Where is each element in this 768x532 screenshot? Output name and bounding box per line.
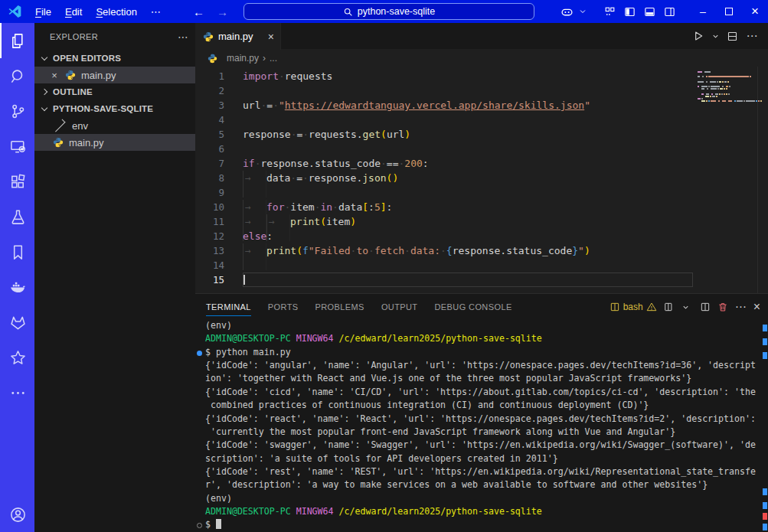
- menu-bar: FileEditSelection⋯: [28, 4, 168, 20]
- code-line-content: if·response.status_code·==·200:: [243, 156, 693, 171]
- account-icon[interactable]: [0, 497, 34, 532]
- section-header-python-save-sqlite[interactable]: PYTHON-SAVE-SQLITE: [34, 100, 195, 117]
- extensions-icon[interactable]: [0, 164, 34, 199]
- toggle-secondary-sidebar-icon[interactable]: [659, 0, 679, 23]
- kill-terminal-icon[interactable]: [717, 302, 728, 312]
- menu-item-[interactable]: ⋯: [144, 4, 168, 20]
- command-decoration-gray[interactable]: [197, 523, 202, 528]
- toggle-primary-sidebar-icon[interactable]: [619, 0, 639, 23]
- profile-chevron-down-icon[interactable]: [681, 303, 690, 312]
- panel-tab-ports[interactable]: PORTS: [268, 294, 299, 320]
- command-center-search[interactable]: python-save-sqlite: [243, 3, 534, 20]
- menu-item-selection[interactable]: Selection: [89, 4, 143, 20]
- ruler-mark-red: [763, 513, 767, 520]
- toggle-panel-icon[interactable]: [639, 0, 659, 23]
- panel-tab-terminal[interactable]: TERMINAL: [206, 294, 251, 320]
- more-icon[interactable]: [0, 375, 34, 410]
- terminal-tab-bash[interactable]: bash: [609, 302, 657, 312]
- tab-main-py[interactable]: main.py ×: [195, 23, 281, 50]
- terminal-output[interactable]: (env)ADMIN@DESKTOP-PC MINGW64 /c/edward/…: [195, 320, 768, 532]
- panel-tab-output[interactable]: OUTPUT: [381, 294, 418, 320]
- back-button[interactable]: ←: [193, 5, 204, 18]
- code-line-7[interactable]: 7if·response.status_code·==·200:: [195, 156, 693, 171]
- minimize-button[interactable]: –: [690, 0, 716, 23]
- terminal-line: ion': 'together with React and Vue.js on…: [195, 373, 768, 386]
- terminal-line: $: [195, 519, 768, 532]
- remote-debug-icon[interactable]: [0, 129, 34, 164]
- section-header-outline[interactable]: OUTLINE: [34, 83, 195, 100]
- docker-icon[interactable]: [0, 269, 34, 305]
- search-icon[interactable]: [0, 58, 34, 93]
- split-terminal-icon[interactable]: [700, 302, 711, 312]
- code-line-content: [243, 258, 693, 273]
- code-line-10[interactable]: 10→for·item·in·data[:5]:: [195, 200, 693, 214]
- code-line-3[interactable]: 3url·=·"https://edwardtanguay.vercel.app…: [195, 98, 693, 113]
- panel-tab-problems[interactable]: PROBLEMS: [315, 294, 364, 320]
- menu-item-file[interactable]: File: [28, 4, 58, 20]
- code-editor[interactable]: 1import·requests23url·=·"https://edwardt…: [195, 67, 768, 293]
- code-line-14[interactable]: 14: [195, 258, 693, 273]
- code-line-9[interactable]: 9: [195, 185, 693, 200]
- chevron-down-icon: [41, 54, 47, 60]
- terminal-line: combined practices of continuous integra…: [195, 400, 768, 413]
- shell-label: bash: [623, 302, 643, 312]
- code-line-15[interactable]: 15: [195, 273, 693, 287]
- section-header-open-editors[interactable]: OPEN EDITORS: [34, 50, 195, 67]
- tree-item-main-py[interactable]: main.py: [34, 134, 195, 151]
- tree-item-env[interactable]: env: [34, 117, 195, 134]
- launch-profile-icon[interactable]: [664, 302, 675, 312]
- code-line-12[interactable]: 12else:: [195, 229, 693, 243]
- code-line-4[interactable]: 4: [195, 113, 693, 127]
- titlebar: FileEditSelection⋯ ← → python-save-sqlit…: [0, 0, 768, 23]
- line-number: 2: [195, 83, 224, 98]
- close-window-button[interactable]: ×: [742, 0, 768, 23]
- breadcrumb-separator: ›: [263, 53, 266, 64]
- close-panel-icon[interactable]: ×: [753, 300, 760, 314]
- code-line-5[interactable]: 5response·=·requests.get(url): [195, 127, 693, 142]
- copilot-icon[interactable]: [557, 0, 577, 23]
- star-icon[interactable]: [0, 340, 34, 375]
- code-line-content: import·requests: [243, 69, 693, 83]
- explorer-icon[interactable]: [0, 23, 34, 58]
- run-python-file-icon[interactable]: [690, 24, 707, 47]
- code-line-8[interactable]: 8→data·=·response.json(): [195, 171, 693, 185]
- menu-item-edit[interactable]: Edit: [58, 4, 89, 20]
- terminal-line: {'idCode': 'react', 'name': 'React', 'ur…: [195, 413, 768, 426]
- forward-button[interactable]: →: [217, 5, 228, 18]
- tab-close-icon[interactable]: ×: [268, 31, 274, 43]
- panel-more-actions-icon[interactable]: ⋯: [735, 300, 747, 314]
- explorer-more-actions-icon[interactable]: ⋯: [178, 31, 189, 43]
- run-chevron-down-icon[interactable]: [710, 24, 721, 47]
- code-line-13[interactable]: 13→print(f"Failed·to·fetch·data:·{respon…: [195, 243, 693, 258]
- copilot-chevron-down-icon[interactable]: [577, 0, 589, 23]
- terminal-line: 'currently the most popular front-end Ja…: [195, 426, 768, 439]
- testing-icon[interactable]: [0, 199, 34, 234]
- line-number: 7: [195, 156, 224, 171]
- item-label: main.py: [69, 137, 104, 149]
- code-line-2[interactable]: 2: [195, 83, 693, 98]
- code-line-content: response·=·requests.get(url): [243, 127, 693, 142]
- panel-tab-debug-console[interactable]: DEBUG CONSOLE: [435, 294, 512, 320]
- code-line-1[interactable]: 1import·requests: [195, 69, 693, 83]
- editor-more-actions-icon[interactable]: ⋯: [743, 24, 760, 47]
- breadcrumb[interactable]: main.py › ...: [195, 50, 768, 67]
- editor-scrollbar[interactable]: [757, 67, 758, 293]
- code-line-6[interactable]: 6: [195, 142, 693, 156]
- code-line-11[interactable]: 11→→print(item): [195, 214, 693, 229]
- customize-layout-icon[interactable]: [600, 0, 619, 23]
- source-control-icon[interactable]: [0, 93, 34, 129]
- command-decoration-blue[interactable]: [197, 351, 202, 356]
- tree-item-main-py[interactable]: ×main.py: [34, 67, 195, 83]
- breadcrumb-file[interactable]: main.py: [227, 53, 259, 64]
- maximize-button[interactable]: [716, 0, 742, 23]
- link-text[interactable]: https://edwardtanguay.vercel.app/share/s…: [285, 100, 584, 111]
- split-editor-icon[interactable]: [724, 24, 740, 47]
- bookmark-icon[interactable]: [0, 234, 34, 269]
- titlebar-controls: – ×: [557, 0, 768, 23]
- minimap[interactable]: [693, 67, 758, 293]
- breadcrumb-symbol[interactable]: ...: [270, 53, 277, 64]
- close-editor-icon[interactable]: ×: [48, 70, 60, 81]
- gitlab-icon[interactable]: [0, 305, 34, 340]
- bottom-panel: TERMINALPORTSPROBLEMSOUTPUTDEBUG CONSOLE…: [195, 293, 768, 532]
- python-file-icon: [203, 31, 214, 42]
